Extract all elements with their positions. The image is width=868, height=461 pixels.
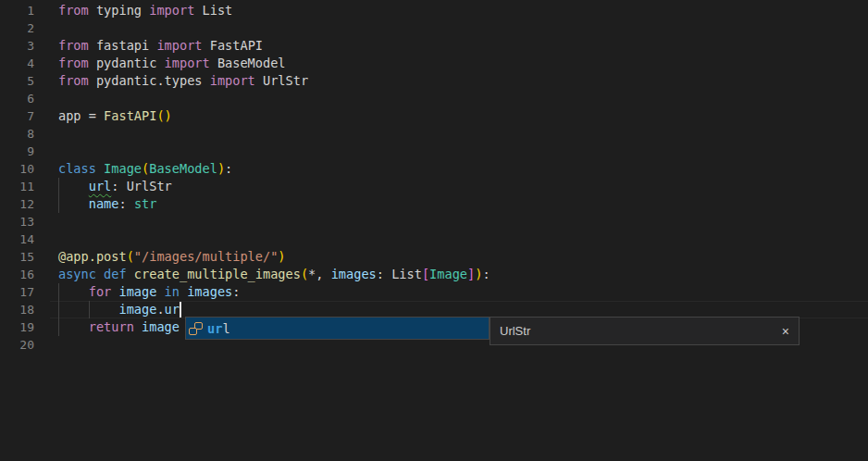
line-number: 7 — [0, 107, 34, 125]
code-line-text: url: UrlStr — [58, 179, 172, 193]
code-line-text: return image — [58, 319, 180, 334]
line-number: 11 — [0, 178, 34, 195]
code-line[interactable]: 8 — [0, 125, 868, 143]
suggestion-item-url[interactable]: url — [207, 321, 230, 336]
line-number: 13 — [0, 213, 34, 230]
line-number: 2 — [0, 19, 34, 37]
line-number: 20 — [0, 336, 34, 354]
code-line-text: from fastapi import FastAPI — [58, 38, 263, 53]
text-cursor — [180, 302, 181, 318]
suggest-details-text: UrlStr — [500, 324, 782, 338]
line-number: 18 — [0, 301, 34, 318]
autocomplete-popup[interactable]: url — [185, 317, 490, 340]
code-line-text: class Image(BaseModel): — [58, 161, 232, 176]
indent-guide — [58, 195, 59, 213]
code-line[interactable]: 12 name: str — [0, 195, 868, 213]
code-line[interactable]: 13 — [0, 213, 868, 230]
indent-guide — [89, 301, 90, 318]
code-line-text: from pydantic.types import UrlStr — [58, 73, 308, 88]
line-number: 15 — [0, 248, 34, 266]
line-number: 14 — [0, 230, 34, 248]
line-number: 17 — [0, 283, 34, 301]
line-number: 19 — [0, 318, 34, 336]
indent-guide — [58, 318, 59, 336]
code-line[interactable]: 17 for image in images: — [0, 283, 868, 301]
code-line-text: @app.post("/images/multiple/") — [58, 249, 286, 264]
code-line-text: from typing import List — [58, 3, 232, 18]
code-line[interactable]: 14 — [0, 230, 868, 248]
line-number: 16 — [0, 266, 34, 283]
code-line-text: name: str — [58, 196, 156, 211]
line-number: 8 — [0, 125, 34, 143]
indent-guide — [58, 301, 59, 318]
line-number: 4 — [0, 55, 34, 72]
code-line-text: async def create_multiple_images(*, imag… — [58, 267, 490, 281]
code-area[interactable]: 1from typing import List23from fastapi i… — [0, 2, 868, 354]
line-number: 6 — [0, 90, 34, 107]
code-line[interactable]: 5from pydantic.types import UrlStr — [0, 72, 868, 90]
line-number: 12 — [0, 195, 34, 213]
line-number: 10 — [0, 160, 34, 178]
code-line[interactable]: 6 — [0, 90, 868, 107]
code-line-text: for image in images: — [58, 284, 240, 299]
indent-guide — [58, 283, 59, 301]
line-number: 5 — [0, 72, 34, 90]
code-line-text: app = FastAPI() — [58, 108, 172, 123]
code-line[interactable]: 1from typing import List — [0, 2, 868, 19]
indent-guide — [58, 178, 59, 195]
code-line[interactable]: 15@app.post("/images/multiple/") — [0, 248, 868, 266]
code-line[interactable]: 3from fastapi import FastAPI — [0, 37, 868, 55]
code-editor[interactable]: 1from typing import List23from fastapi i… — [0, 0, 868, 461]
suggest-details-panel: UrlStr × — [490, 317, 800, 345]
code-line[interactable]: 4from pydantic import BaseModel — [0, 55, 868, 72]
suggestion-rest-text: l — [222, 321, 229, 336]
field-icon — [189, 322, 203, 335]
line-number: 3 — [0, 37, 34, 55]
line-number: 9 — [0, 143, 34, 160]
code-line[interactable]: 2 — [0, 19, 868, 37]
code-line[interactable]: 11 url: UrlStr — [0, 178, 868, 195]
code-line[interactable]: 7app = FastAPI() — [0, 107, 868, 125]
suggestion-match-text: ur — [207, 321, 222, 336]
code-line[interactable]: 9 — [0, 143, 868, 160]
code-line[interactable]: 16async def create_multiple_images(*, im… — [0, 266, 868, 283]
code-line-text: from pydantic import BaseModel — [58, 56, 286, 70]
code-line[interactable]: 10class Image(BaseModel): — [0, 160, 868, 178]
close-icon[interactable]: × — [782, 325, 789, 338]
line-number: 1 — [0, 2, 34, 19]
